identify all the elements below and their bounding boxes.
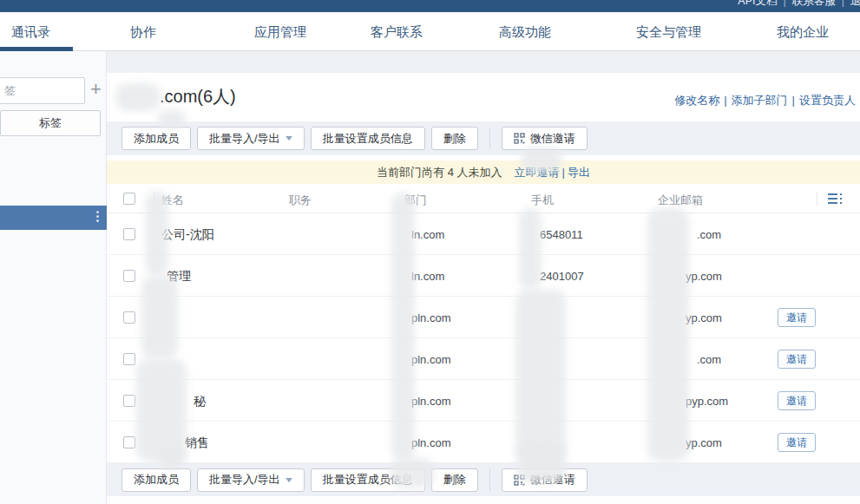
member-toolbar-bottom: 添加成员 批量导入/导出 批量设置成员信息 删除 微信邀请 xyxy=(107,463,860,496)
column-settings-icon[interactable] xyxy=(828,193,844,204)
table-row: 管理 ln.com 2401007 yp.com xyxy=(107,255,860,297)
member-email: yp.com xyxy=(686,270,722,283)
batch-import-export-label: 批量导入/导出 xyxy=(209,472,280,488)
dropdown-arrow-icon xyxy=(286,136,292,141)
logout-link[interactable]: 退出 xyxy=(850,0,860,7)
select-all-checkbox[interactable] xyxy=(123,193,135,205)
invite-button[interactable]: 邀请 xyxy=(778,391,816,410)
invite-now-link[interactable]: 立即邀请 xyxy=(515,166,560,179)
toolbar-divider xyxy=(489,469,490,491)
qrcode-icon xyxy=(514,475,525,486)
select-checkbox[interactable] xyxy=(123,353,135,365)
add-icon[interactable]: + xyxy=(90,78,102,101)
member-table-body: 公司-沈阳 ln.com 6548011 .com 管理 ln.com 2401… xyxy=(107,213,860,463)
member-name: 秘 xyxy=(194,394,206,409)
table-row: 秘 pln.com pyp.com 邀请 xyxy=(107,380,860,422)
select-checkbox[interactable] xyxy=(123,311,135,324)
header-divider xyxy=(154,192,154,206)
batch-import-export-label: 批量导入/导出 xyxy=(209,131,280,147)
delete-button[interactable]: 删除 xyxy=(431,468,478,492)
member-email: yp.com xyxy=(686,436,722,449)
select-checkbox[interactable] xyxy=(123,436,135,448)
invite-button[interactable]: 邀请 xyxy=(778,308,816,327)
select-checkbox[interactable] xyxy=(123,395,135,407)
batch-import-export-button[interactable]: 批量导入/导出 xyxy=(197,127,305,150)
member-department: pln.com xyxy=(411,395,451,408)
header-divider xyxy=(817,192,817,206)
member-table-header: 姓名 职务 部门 手机 企业邮箱 xyxy=(107,184,860,213)
tab-collaboration[interactable]: 协作 xyxy=(130,24,156,41)
member-email: yp.com xyxy=(686,311,722,324)
wechat-invite-button[interactable]: 微信邀请 xyxy=(502,127,588,150)
member-department: pln.com xyxy=(411,311,451,324)
member-mobile: 2401007 xyxy=(540,270,584,283)
topbar-separator: | xyxy=(842,0,844,7)
tag-button[interactable]: 标签 xyxy=(0,110,101,136)
member-department: ln.com xyxy=(411,228,444,241)
tab-customer-contact[interactable]: 客户联系 xyxy=(371,24,423,41)
wechat-invite-label: 微信邀请 xyxy=(530,131,575,147)
link-separator: | xyxy=(792,94,795,107)
column-department: 部门 xyxy=(404,193,427,208)
delete-label: 删除 xyxy=(443,131,466,147)
table-row: pln.com .com 邀请 xyxy=(107,338,860,380)
add-member-button[interactable]: 添加成员 xyxy=(121,468,191,492)
pending-members-banner: 当前部门尚有 4 人未加入立即邀请|导出 xyxy=(107,160,860,184)
more-options-icon[interactable] xyxy=(96,211,99,213)
member-mobile: 6548011 xyxy=(540,228,583,241)
set-manager-link[interactable]: 设置负责人 xyxy=(799,94,856,107)
batch-import-export-button[interactable]: 批量导入/导出 xyxy=(197,468,305,492)
top-account-links: API文档|联系客服|退出 xyxy=(738,0,860,9)
link-separator: | xyxy=(724,94,726,107)
banner-separator: | xyxy=(562,166,565,179)
batch-set-info-label: 批量设置成员信息 xyxy=(323,472,413,488)
batch-set-info-button[interactable]: 批量设置成员信息 xyxy=(311,127,425,150)
banner-text: 当前部门尚有 4 人未加入 xyxy=(377,166,502,179)
add-member-label: 添加成员 xyxy=(134,472,179,488)
sidebar-search-input[interactable] xyxy=(0,77,85,104)
tab-advanced-features[interactable]: 高级功能 xyxy=(499,24,551,41)
member-name: 销售 xyxy=(185,435,209,451)
tab-app-management[interactable]: 应用管理 xyxy=(254,24,306,41)
wechat-invite-button[interactable]: 微信邀请 xyxy=(502,468,588,492)
page-background-strip xyxy=(0,51,860,73)
column-mobile: 手机 xyxy=(531,193,554,208)
qrcode-icon xyxy=(514,133,525,144)
contact-support-link[interactable]: 联系客服 xyxy=(792,0,836,7)
member-list-panel: .com(6人) 修改名称|添加子部门|设置负责人 添加成员 批量导入/导出 批… xyxy=(107,73,860,504)
tab-my-enterprise[interactable]: 我的企业 xyxy=(777,24,829,41)
column-name: 姓名 xyxy=(161,193,184,208)
batch-set-info-label: 批量设置成员信息 xyxy=(323,131,413,147)
delete-label: 删除 xyxy=(443,472,466,488)
contacts-sidebar: + 标签 xyxy=(0,51,107,504)
delete-button[interactable]: 删除 xyxy=(431,127,478,150)
member-email: .com xyxy=(697,353,721,366)
api-docs-link[interactable]: API文档 xyxy=(738,0,777,7)
export-link[interactable]: 导出 xyxy=(568,166,590,179)
add-member-button[interactable]: 添加成员 xyxy=(121,127,191,150)
dropdown-arrow-icon xyxy=(286,478,292,482)
member-email: .com xyxy=(697,228,721,241)
table-row: 销售 pln.com yp.com 邀请 xyxy=(107,422,860,463)
department-title: .com(6人) xyxy=(160,85,236,108)
add-member-label: 添加成员 xyxy=(134,131,179,147)
table-row: 公司-沈阳 ln.com 6548011 .com xyxy=(107,213,860,255)
member-department: pln.com xyxy=(411,436,451,449)
tab-contacts[interactable]: 通讯录 xyxy=(11,24,50,41)
select-checkbox[interactable] xyxy=(123,270,135,282)
invite-button[interactable]: 邀请 xyxy=(778,350,816,369)
table-row: pln.com yp.com 邀请 xyxy=(107,297,860,338)
column-email: 企业邮箱 xyxy=(658,193,703,208)
topbar-separator: | xyxy=(784,0,786,7)
column-title: 职务 xyxy=(289,193,312,208)
member-name: 管理 xyxy=(167,269,191,285)
add-sub-department-link[interactable]: 添加子部门 xyxy=(732,94,788,107)
member-department: ln.com xyxy=(411,270,444,283)
select-checkbox[interactable] xyxy=(123,228,135,240)
invite-button[interactable]: 邀请 xyxy=(778,433,816,452)
sidebar-item-selected-department[interactable] xyxy=(0,206,107,230)
rename-link[interactable]: 修改名称 xyxy=(674,94,719,107)
wechat-invite-label: 微信邀请 xyxy=(530,472,575,488)
tab-security-management[interactable]: 安全与管理 xyxy=(636,24,701,41)
batch-set-info-button[interactable]: 批量设置成员信息 xyxy=(311,468,425,492)
